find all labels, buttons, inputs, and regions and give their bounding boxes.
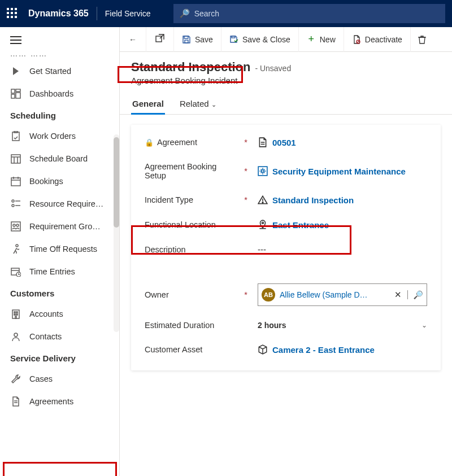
people-list-icon bbox=[10, 198, 21, 209]
app-launcher-icon[interactable] bbox=[7, 8, 18, 19]
owner-lookup[interactable]: AB Allie Bellew (Sample D… ✕ 🔍 bbox=[258, 283, 427, 306]
sidebar-section-scheduling: Scheduling bbox=[0, 105, 119, 125]
sidebar-item-requirement-groups[interactable]: Requirement Gro… bbox=[0, 215, 119, 238]
svg-rect-5 bbox=[16, 93, 20, 98]
svg-point-22 bbox=[13, 224, 15, 226]
sidebar-item-label: Requirement Gro… bbox=[29, 222, 101, 231]
sidebar-item-time-off[interactable]: Time Off Requests bbox=[0, 238, 119, 260]
sidebar-item-label: Resource Require… bbox=[29, 199, 103, 208]
save-close-label: Save & Close bbox=[242, 35, 290, 44]
svg-rect-37 bbox=[156, 36, 162, 42]
search-icon: 🔍 bbox=[179, 8, 190, 19]
sidebar-item-label: Time Off Requests bbox=[29, 244, 97, 254]
sidebar-item-label: Get Started bbox=[29, 67, 71, 76]
lock-icon: 🔒 bbox=[145, 138, 154, 147]
module-title: Field Service bbox=[105, 9, 151, 18]
sidebar-item-contacts[interactable]: Contacts bbox=[0, 325, 119, 348]
avatar: AB bbox=[262, 288, 275, 302]
save-button[interactable]: Save bbox=[174, 27, 221, 52]
sidebar-item-label: Dashboards bbox=[29, 89, 73, 98]
sidebar-item-get-started[interactable]: Get Started bbox=[0, 60, 119, 82]
tabs: General Related⌄ bbox=[120, 95, 452, 115]
svg-rect-4 bbox=[16, 89, 20, 91]
field-value-duration[interactable]: 2 hours ⌄ bbox=[258, 321, 427, 330]
sidebar-item-accounts[interactable]: Accounts bbox=[0, 303, 119, 325]
field-functional-location: Functional Location East Entrance bbox=[145, 220, 427, 230]
brand-title: Dynamics 365 bbox=[28, 8, 89, 19]
field-value-booking-setup[interactable]: Security Equipment Maintenance bbox=[258, 166, 427, 176]
sidebar-section-customers: Customers bbox=[0, 283, 119, 303]
dashboard-icon bbox=[10, 88, 21, 99]
field-value-description[interactable]: --- bbox=[258, 244, 427, 254]
field-owner: Owner * AB Allie Bellew (Sample D… ✕ 🔍 bbox=[145, 283, 427, 306]
sidebar-item-work-orders[interactable]: Work Orders bbox=[0, 125, 119, 147]
sidebar-item-schedule-board[interactable]: Schedule Board bbox=[0, 147, 119, 170]
field-value-incident-type[interactable]: Standard Inspection bbox=[258, 195, 427, 205]
deactivate-button[interactable]: Deactivate bbox=[344, 27, 411, 52]
svg-rect-7 bbox=[12, 132, 19, 141]
field-description: Description --- bbox=[145, 244, 427, 254]
field-label: Owner bbox=[145, 290, 169, 299]
record-status: - Unsaved bbox=[255, 64, 291, 73]
svg-rect-40 bbox=[232, 36, 235, 38]
svg-rect-21 bbox=[11, 222, 20, 231]
owner-chip: AB Allie Bellew (Sample D… bbox=[262, 288, 389, 302]
svg-point-34 bbox=[14, 333, 18, 337]
sidebar-item-agreements[interactable]: Agreements bbox=[0, 390, 119, 413]
svg-rect-31 bbox=[14, 314, 15, 315]
scrollbar-thumb[interactable] bbox=[114, 137, 119, 228]
back-button[interactable]: ← bbox=[120, 27, 146, 52]
clear-owner-button[interactable]: ✕ bbox=[389, 290, 407, 300]
sidebar-toggle[interactable] bbox=[0, 30, 119, 49]
required-icon: * bbox=[244, 167, 247, 176]
tab-general[interactable]: General bbox=[131, 95, 165, 114]
delete-button[interactable] bbox=[411, 27, 437, 52]
sidebar-item-resource-req[interactable]: Resource Require… bbox=[0, 193, 119, 215]
field-value-functional-location[interactable]: East Entrance bbox=[258, 220, 427, 230]
field-label: Description bbox=[145, 245, 186, 254]
sidebar: ⋯⋯ ⋯⋯ Get Started Dashboards Scheduling … bbox=[0, 27, 120, 476]
warning-icon bbox=[258, 195, 268, 205]
svg-rect-6 bbox=[11, 94, 15, 98]
link-value: Camera 2 - East Entrance bbox=[272, 345, 375, 355]
lookup-search-button[interactable]: 🔍 bbox=[407, 290, 423, 299]
svg-rect-33 bbox=[15, 316, 16, 318]
svg-rect-28 bbox=[12, 310, 19, 318]
open-new-icon bbox=[155, 34, 164, 45]
field-value-agreement[interactable]: 00501 bbox=[258, 137, 427, 147]
field-customer-asset: Customer Asset Camera 2 - East Entrance bbox=[145, 344, 427, 355]
search-input[interactable] bbox=[194, 9, 440, 18]
new-button[interactable]: + New bbox=[299, 27, 344, 52]
save-close-button[interactable]: Save & Close bbox=[221, 27, 299, 52]
svg-rect-29 bbox=[14, 312, 15, 313]
sidebar-item-label: Cases bbox=[29, 374, 53, 383]
svg-rect-9 bbox=[11, 155, 20, 163]
global-search[interactable]: 🔍 bbox=[173, 4, 445, 23]
svg-rect-38 bbox=[184, 36, 188, 38]
record-title: Standard Inspection bbox=[131, 60, 250, 75]
svg-rect-13 bbox=[11, 178, 20, 186]
sidebar-item-dashboards[interactable]: Dashboards bbox=[0, 82, 119, 105]
open-new-window-button[interactable] bbox=[146, 27, 174, 52]
tab-related[interactable]: Related⌄ bbox=[179, 95, 218, 114]
svg-rect-30 bbox=[16, 312, 18, 313]
link-value: East Entrance bbox=[272, 220, 329, 230]
form-card: 🔒 Agreement * 00501 Agreement Booking Se… bbox=[131, 125, 441, 370]
required-icon: * bbox=[244, 138, 247, 147]
sidebar-item-bookings[interactable]: Bookings bbox=[0, 170, 119, 193]
owner-name: Allie Bellew (Sample D… bbox=[280, 290, 368, 299]
main-area: ← Save Save & Close + New bbox=[120, 27, 452, 476]
document-icon bbox=[10, 396, 21, 407]
sidebar-item-cases[interactable]: Cases bbox=[0, 368, 119, 390]
calendar-grid-icon bbox=[10, 153, 21, 164]
record-subtitle: Agreement Booking Incident bbox=[131, 76, 441, 85]
chevron-down-icon: ⌄ bbox=[421, 321, 427, 329]
field-booking-setup: Agreement Booking Setup * Security Equip… bbox=[145, 162, 427, 180]
field-value-customer-asset[interactable]: Camera 2 - East Entrance bbox=[258, 344, 427, 355]
sidebar-item-time-entries[interactable]: Time Entries bbox=[0, 260, 119, 283]
save-label: Save bbox=[195, 35, 213, 44]
text-value: --- bbox=[258, 244, 266, 254]
wrench-icon bbox=[10, 373, 21, 385]
svg-point-48 bbox=[262, 202, 263, 203]
divider bbox=[97, 7, 97, 20]
